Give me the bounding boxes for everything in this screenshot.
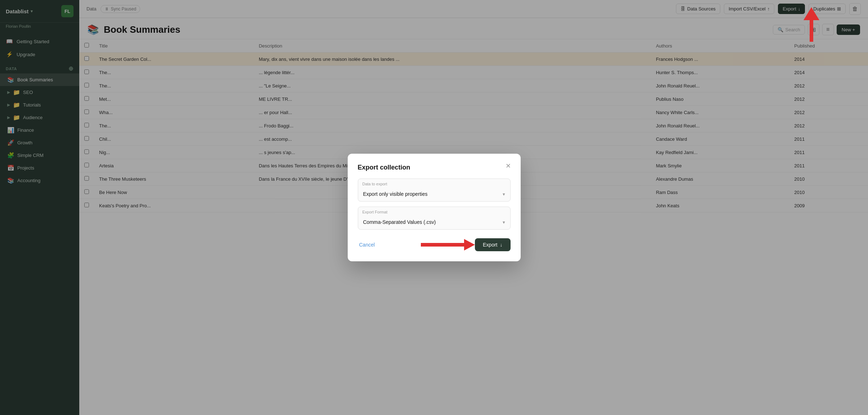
data-to-export-inner[interactable]: Export only visible properties ▾ xyxy=(358,187,510,201)
export-format-label: Export Format xyxy=(358,207,510,215)
arrow-head xyxy=(464,239,475,251)
cancel-button[interactable]: Cancel xyxy=(358,239,377,251)
export-format-inner[interactable]: Comma-Separated Values (.csv) ▾ xyxy=(358,215,510,229)
modal-title: Export collection xyxy=(358,164,511,171)
export-format-value: Comma-Separated Values (.csv) xyxy=(363,219,436,225)
data-to-export-group: Data to export Export only visible prope… xyxy=(358,179,511,202)
data-to-export-select[interactable]: Data to export Export only visible prope… xyxy=(358,179,511,202)
export-modal: Export collection ✕ Data to export Expor… xyxy=(348,154,521,261)
data-to-export-label: Data to export xyxy=(358,179,510,187)
data-to-export-value: Export only visible properties xyxy=(363,191,428,197)
chevron-down-icon: ▾ xyxy=(503,220,505,225)
modal-overlay: Export collection ✕ Data to export Expor… xyxy=(0,0,868,415)
export-btn-label: Export xyxy=(483,242,497,248)
right-arrow-annotation xyxy=(421,239,475,251)
modal-actions: Cancel Export ↓ xyxy=(358,238,511,251)
chevron-down-icon: ▾ xyxy=(503,191,505,197)
export-confirm-button[interactable]: Export ↓ xyxy=(475,238,510,251)
export-format-group: Export Format Comma-Separated Values (.c… xyxy=(358,207,511,230)
modal-close-button[interactable]: ✕ xyxy=(503,161,513,171)
arrow-line xyxy=(421,243,464,247)
export-format-select[interactable]: Export Format Comma-Separated Values (.c… xyxy=(358,207,511,230)
export-btn-icon: ↓ xyxy=(500,242,503,248)
